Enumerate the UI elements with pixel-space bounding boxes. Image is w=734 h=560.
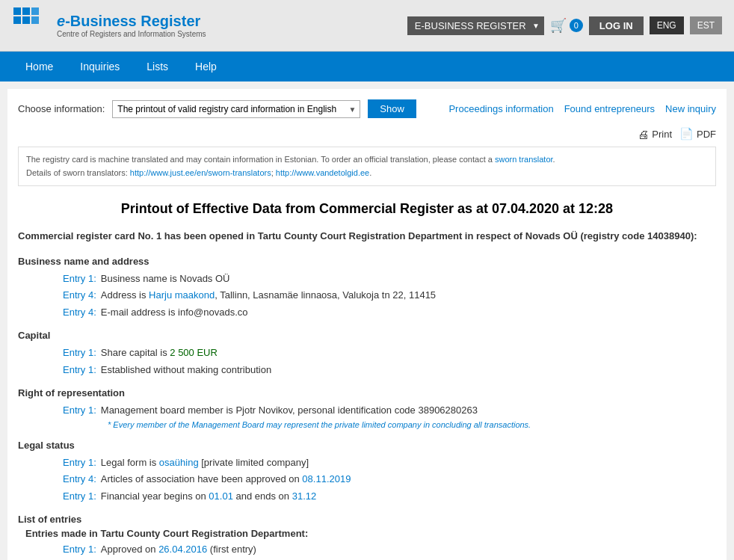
entry-num: Entry 4: xyxy=(63,472,96,487)
logo-icon xyxy=(12,6,51,45)
pdf-label: PDF xyxy=(697,129,716,140)
main-title: Printout of Effective Data from Commerci… xyxy=(18,201,716,217)
logo-e: e xyxy=(57,13,65,29)
entry-text: Financial year begins on 01.01 and ends … xyxy=(101,489,316,504)
printer-icon: 🖨 xyxy=(638,128,649,141)
entry-text: Management board member is Pjotr Novikov… xyxy=(101,403,478,418)
fy-start: 01.01 xyxy=(209,490,233,502)
representation-note: * Every member of the Management Board m… xyxy=(18,420,716,429)
lang-eng-button[interactable]: ENG xyxy=(650,16,684,34)
nav-home[interactable]: Home xyxy=(12,52,67,81)
just-ee-link[interactable]: http://www.just.ee/en/sworn-translators xyxy=(130,168,271,177)
entry-text: Business name is Novads OÜ xyxy=(101,271,230,286)
choose-bar: Choose information: The printout of vali… xyxy=(18,99,716,118)
nav-bar: Home Inquiries Lists Help xyxy=(0,52,734,81)
entry-text: Share capital is 2 500 EUR xyxy=(101,345,218,360)
articles-date: 08.11.2019 xyxy=(302,473,351,484)
links-area: Proceedings information Found entreprene… xyxy=(448,103,716,114)
entry-num: Entry 1: xyxy=(63,271,96,286)
choose-label: Choose information: xyxy=(18,103,105,114)
entry-text: Established without making contribution xyxy=(101,363,271,378)
content-area: Choose information: The printout of vali… xyxy=(7,89,727,560)
top-bar: e-Business Register Centre of Registers … xyxy=(0,0,734,52)
show-button[interactable]: Show xyxy=(368,99,416,118)
nav-inquiries[interactable]: Inquiries xyxy=(67,52,133,81)
table-row: Entry 1: Established without making cont… xyxy=(18,363,716,378)
reg-intro: Commercial register card No. 1 has been … xyxy=(18,229,716,244)
entry-text: Articles of association have been approv… xyxy=(101,472,351,487)
entry-num: Entry 4: xyxy=(63,288,96,303)
dropdown-wrapper[interactable]: E-BUSINESS REGISTER xyxy=(407,16,544,35)
legal-form-link[interactable]: osaühing xyxy=(159,457,199,468)
section-legal-status: Legal status xyxy=(18,440,716,451)
sworn-translator-link[interactable]: sworn translator xyxy=(495,155,553,164)
logo-title: e-Business Register xyxy=(57,13,206,30)
svg-rect-2 xyxy=(13,16,21,24)
section-representation: Right of representation xyxy=(18,387,716,399)
capital-amount: 2 500 EUR xyxy=(170,347,218,358)
table-row: Entry 1: Business name is Novads OÜ xyxy=(18,271,716,286)
info-select[interactable]: The printout of valid registry card info… xyxy=(113,101,360,117)
entry-num: Entry 1: xyxy=(63,345,96,360)
logo-area: e-Business Register Centre of Registers … xyxy=(12,6,206,45)
entry-text: Approved on 26.04.2016 (first entry) xyxy=(101,542,256,557)
pdf-link[interactable]: 📄 PDF xyxy=(679,127,716,141)
cart-count: 0 xyxy=(570,19,583,32)
entry-num: Entry 4: xyxy=(63,305,96,320)
register-dropdown[interactable]: E-BUSINESS REGISTER xyxy=(407,16,544,35)
entry-num: Entry 1: xyxy=(63,542,96,557)
cart-icon: 🛒 xyxy=(550,17,567,34)
svg-rect-3 xyxy=(22,16,30,24)
section-list-entries: List of entries xyxy=(18,514,716,525)
login-button[interactable]: LOG IN xyxy=(589,16,644,35)
print-label: Print xyxy=(652,129,672,140)
found-entrepreneurs-link[interactable]: Found entrepreneurs xyxy=(564,103,655,114)
notice-text2: . xyxy=(553,155,555,164)
harju-link[interactable]: Harju maakond xyxy=(149,289,215,301)
svg-rect-5 xyxy=(31,16,39,24)
entry-text: Legal form is osaühing [private limited … xyxy=(101,455,309,470)
nav-help[interactable]: Help xyxy=(182,52,230,81)
select-wrapper[interactable]: The printout of valid registry card info… xyxy=(112,100,360,118)
table-row: Entry 4: Articles of association have be… xyxy=(18,472,716,487)
entry-num: Entry 1: xyxy=(63,363,96,378)
entry-num: Entry 1: xyxy=(63,403,96,418)
lang-est-button[interactable]: EST xyxy=(690,16,722,34)
table-row: Entry 1: Financial year begins on 01.01 … xyxy=(18,489,716,504)
notice-text3: Details of sworn translators: xyxy=(26,168,130,177)
notice-box: The registry card is machine translated … xyxy=(18,147,716,186)
logo-text: e-Business Register Centre of Registers … xyxy=(57,13,206,38)
top-right: E-BUSINESS REGISTER 🛒 0 LOG IN ENG EST xyxy=(407,16,722,35)
logo-subtitle: Centre of Registers and Information Syst… xyxy=(57,30,206,38)
new-inquiry-link[interactable]: New inquiry xyxy=(665,103,716,114)
section-capital: Capital xyxy=(18,330,716,341)
proceedings-link[interactable]: Proceedings information xyxy=(448,103,553,114)
cart-area: 🛒 0 xyxy=(550,17,583,34)
table-row: Entry 4: E-mail address is info@novads.c… xyxy=(18,305,716,320)
table-row: Entry 1: Legal form is osaühing [private… xyxy=(18,455,716,470)
list-intro: Entries made in Tartu County Court Regis… xyxy=(18,528,716,539)
vandetolgid-link[interactable]: http://www.vandetolgid.ee xyxy=(276,168,369,177)
section-business-name: Business name and address xyxy=(18,256,716,267)
notice-text5: . xyxy=(369,168,371,177)
entry-num: Entry 1: xyxy=(63,489,96,504)
entry-num: Entry 1: xyxy=(63,455,96,470)
entry-text: Address is Harju maakond, Tallinn, Lasna… xyxy=(101,288,436,303)
table-row: Entry 1: Management board member is Pjot… xyxy=(18,403,716,418)
table-row: Entry 4: Address is Harju maakond, Talli… xyxy=(18,288,716,303)
entry-text: E-mail address is info@novads.co xyxy=(101,305,248,320)
fy-end: 31.12 xyxy=(292,490,317,502)
approve-date-1: 26.04.2016 xyxy=(158,544,207,555)
pdf-icon: 📄 xyxy=(679,127,694,141)
table-row: Entry 1: Share capital is 2 500 EUR xyxy=(18,345,716,360)
svg-rect-4 xyxy=(31,7,39,15)
nav-lists[interactable]: Lists xyxy=(133,52,182,81)
svg-rect-1 xyxy=(22,7,30,15)
svg-rect-0 xyxy=(13,7,21,15)
notice-text1: The registry card is machine translated … xyxy=(26,155,495,164)
print-area: 🖨 Print 📄 PDF xyxy=(18,127,716,141)
print-link[interactable]: 🖨 Print xyxy=(638,128,672,141)
table-row: Entry 1: Approved on 26.04.2016 (first e… xyxy=(18,542,716,557)
